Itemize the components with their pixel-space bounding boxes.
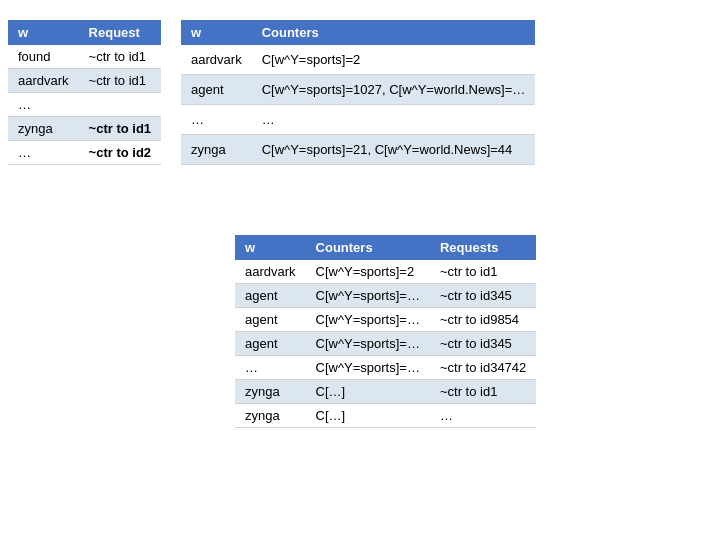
table-row: agent <box>235 308 306 332</box>
table-row: C[w^Y=sports]=… <box>306 308 430 332</box>
table-row: C[w^Y=sports]=1027, C[w^Y=world.News]=… <box>252 74 536 104</box>
table-row: aardvark <box>8 69 79 93</box>
bottom-table-container: w Counters Requests aardvarkC[w^Y=sports… <box>235 235 536 428</box>
table-row: … <box>235 356 306 380</box>
table-row: agent <box>181 74 252 104</box>
table-row: ~ctr to id9854 <box>430 308 536 332</box>
table-row: agent <box>235 284 306 308</box>
table-row <box>79 93 162 117</box>
table-row: … <box>252 104 536 134</box>
top-right-col-counters: Counters <box>252 20 536 45</box>
top-tables-container: w Request found~ctr to id1aardvark~ctr t… <box>8 20 535 165</box>
table-row: C[w^Y=sports]=2 <box>252 45 536 74</box>
table-row: zynga <box>181 134 252 164</box>
table-row: zynga <box>8 117 79 141</box>
bottom-table: w Counters Requests aardvarkC[w^Y=sports… <box>235 235 536 428</box>
table-row: C[w^Y=sports]=… <box>306 356 430 380</box>
table-row: ~ctr to id34742 <box>430 356 536 380</box>
table-row: … <box>430 404 536 428</box>
top-left-col-request: Request <box>79 20 162 45</box>
bottom-col-w: w <box>235 235 306 260</box>
table-row: C[…] <box>306 404 430 428</box>
table-row: aardvark <box>235 260 306 284</box>
table-row: found <box>8 45 79 69</box>
table-row: … <box>181 104 252 134</box>
table-row: … <box>8 141 79 165</box>
top-left-col-w: w <box>8 20 79 45</box>
table-row: zynga <box>235 380 306 404</box>
table-row: … <box>8 93 79 117</box>
table-row: zynga <box>235 404 306 428</box>
table-row: C[w^Y=sports]=21, C[w^Y=world.News]=44 <box>252 134 536 164</box>
bottom-col-counters: Counters <box>306 235 430 260</box>
top-right-table: w Counters aardvarkC[w^Y=sports]=2agentC… <box>181 20 535 165</box>
table-row: ~ctr to id1 <box>79 45 162 69</box>
table-row: ~ctr to id2 <box>79 141 162 165</box>
table-row: ~ctr to id1 <box>430 260 536 284</box>
table-row: aardvark <box>181 45 252 74</box>
table-row: C[w^Y=sports]=… <box>306 332 430 356</box>
table-row: ~ctr to id1 <box>430 380 536 404</box>
top-right-col-w: w <box>181 20 252 45</box>
top-left-table: w Request found~ctr to id1aardvark~ctr t… <box>8 20 161 165</box>
table-row: C[w^Y=sports]=2 <box>306 260 430 284</box>
table-row: C[w^Y=sports]=… <box>306 284 430 308</box>
table-row: agent <box>235 332 306 356</box>
bottom-col-requests: Requests <box>430 235 536 260</box>
table-row: ~ctr to id1 <box>79 117 162 141</box>
table-row: C[…] <box>306 380 430 404</box>
table-row: ~ctr to id345 <box>430 284 536 308</box>
table-row: ~ctr to id345 <box>430 332 536 356</box>
table-row: ~ctr to id1 <box>79 69 162 93</box>
